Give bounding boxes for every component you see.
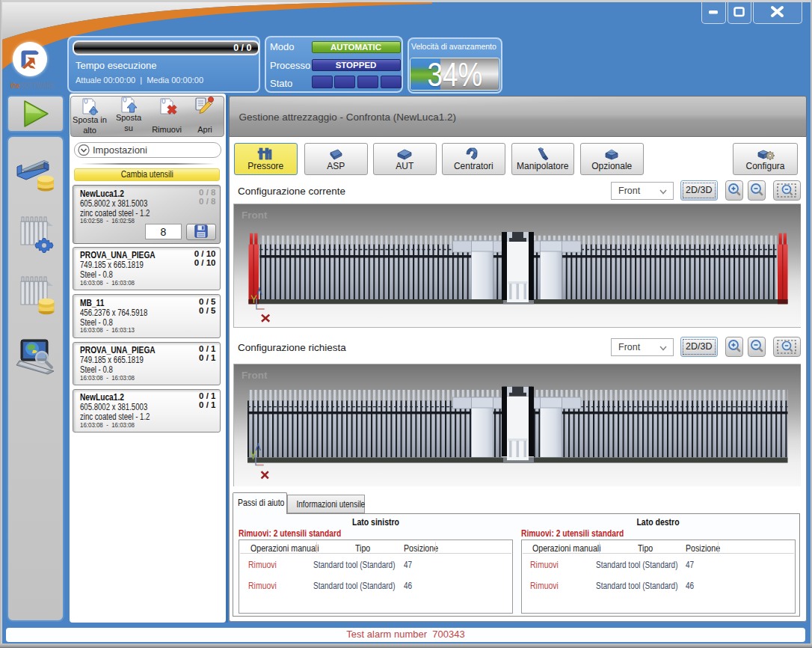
svg-text:Front: Front	[242, 210, 268, 221]
svg-text:Front: Front	[242, 370, 268, 381]
